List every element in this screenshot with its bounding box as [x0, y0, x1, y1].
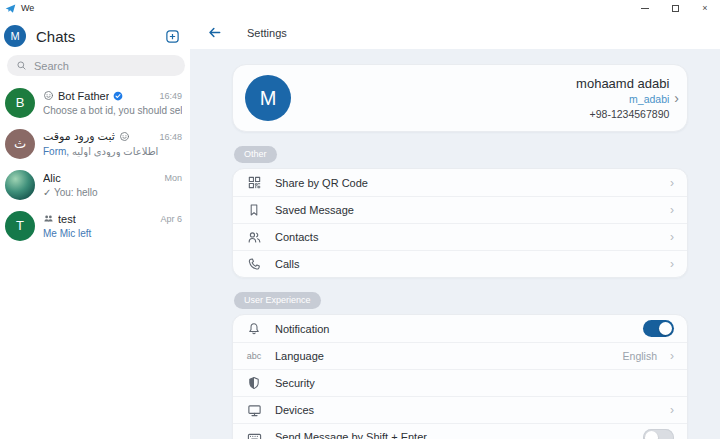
chevron-right-icon: ›	[670, 230, 674, 244]
settings-row-saved-message[interactable]: Saved Message›	[233, 196, 687, 223]
new-chat-button[interactable]	[165, 29, 180, 44]
profile-name: mohaamd adabi	[576, 77, 669, 90]
chat-list-item[interactable]: AlicMon✓ You: hello	[0, 164, 190, 205]
profile-avatar: M	[245, 75, 291, 121]
settings-row-label: Contacts	[275, 231, 657, 243]
toggle-knob	[659, 322, 672, 335]
profile-phone: +98-1234567890	[576, 109, 669, 120]
keyboard-icon	[246, 430, 262, 439]
settings-row-label: Share by QR Code	[275, 177, 657, 189]
bell-icon	[246, 322, 262, 336]
settings-card: Share by QR Code›Saved Message›Contacts›…	[232, 168, 688, 278]
settings-row-notification[interactable]: Notification	[233, 315, 687, 342]
maximize-button[interactable]	[660, 0, 690, 16]
app-window: We × M Chats Search BBot Father16:49Choo…	[0, 0, 720, 439]
chat-item-texts: ثبت ورود موقت16:48Form, اطلاعات ورودی او…	[43, 130, 182, 157]
chevron-right-icon: ›	[670, 349, 674, 363]
settings-row-send-message-by-shift-enter[interactable]: Send Message by Shift + Enter	[233, 423, 687, 439]
verified-badge-icon	[113, 91, 123, 101]
chat-time: Apr 6	[160, 214, 182, 224]
settings-sections: OtherShare by QR Code›Saved Message›Cont…	[232, 132, 688, 439]
profile-username: m_adabi	[576, 94, 669, 105]
chat-item-texts: Bot Father16:49Choose a bot id, you shou…	[43, 90, 182, 116]
chat-name: test	[58, 213, 76, 225]
abc-icon: abc	[246, 351, 262, 361]
settings-header: Settings	[190, 16, 720, 49]
chat-name: Bot Father	[58, 90, 109, 102]
settings-row-value: English	[623, 350, 657, 362]
bot-icon	[119, 131, 130, 142]
toggle-knob	[645, 431, 658, 439]
settings-row-label: Security	[275, 377, 674, 389]
app-logo-icon	[5, 3, 16, 14]
qr-code-icon	[246, 175, 262, 190]
contacts-icon	[246, 230, 262, 245]
chat-avatar: ث	[5, 129, 35, 159]
chevron-right-icon: ›	[674, 90, 679, 106]
settings-row-label: Send Message by Shift + Enter	[275, 431, 630, 439]
chevron-right-icon: ›	[670, 176, 674, 190]
group-icon	[43, 213, 54, 224]
chevron-right-icon: ›	[670, 403, 674, 417]
minimize-icon	[641, 8, 649, 9]
chevron-right-icon: ›	[670, 257, 674, 271]
chat-item-texts: AlicMon✓ You: hello	[43, 172, 182, 198]
chat-name: Alic	[43, 172, 61, 184]
chats-sidebar: M Chats Search BBot Father16:49Choose a …	[0, 16, 190, 439]
chat-list-item[interactable]: ثثبت ورود موقت16:48Form, اطلاعات ورودی ا…	[0, 123, 190, 164]
monitor-icon	[246, 403, 262, 418]
bot-icon	[43, 90, 54, 101]
my-avatar[interactable]: M	[4, 25, 26, 47]
settings-row-contacts[interactable]: Contacts›	[233, 223, 687, 250]
minimize-button[interactable]	[630, 0, 660, 16]
title-bar: We ×	[0, 0, 720, 16]
chats-title: Chats	[36, 28, 75, 45]
chat-last-message: Form, اطلاعات ورودی اولیه	[43, 146, 182, 157]
search-icon	[16, 60, 27, 71]
chat-name: ثبت ورود موقت	[43, 130, 115, 143]
chat-item-texts: testApr 6Me Mic left	[43, 213, 182, 239]
settings-row-label: Calls	[275, 258, 657, 270]
profile-card[interactable]: M mohaamd adabi m_adabi +98-1234567890 ›	[232, 64, 688, 132]
settings-row-label: Notification	[275, 323, 630, 335]
chat-avatar: B	[5, 88, 35, 118]
toggle-on[interactable]	[643, 320, 674, 337]
chat-avatar-photo	[5, 170, 35, 200]
settings-row-language[interactable]: abcLanguageEnglish›	[233, 342, 687, 369]
phone-icon	[246, 257, 262, 271]
settings-content: M mohaamd adabi m_adabi +98-1234567890 ›…	[190, 49, 720, 439]
settings-row-share-by-qr-code[interactable]: Share by QR Code›	[233, 169, 687, 196]
settings-row-label: Language	[275, 350, 610, 362]
settings-panel: Settings M mohaamd adabi m_adabi +98-123…	[190, 16, 720, 439]
chat-list-item[interactable]: TtestApr 6Me Mic left	[0, 205, 190, 246]
sidebar-header: M Chats	[0, 16, 190, 54]
chat-avatar: T	[5, 211, 35, 241]
settings-row-devices[interactable]: Devices›	[233, 396, 687, 423]
maximize-icon	[672, 5, 679, 12]
settings-row-label: Devices	[275, 404, 657, 416]
chat-last-message: Me Mic left	[43, 228, 182, 239]
app-title: We	[21, 3, 34, 13]
settings-row-security[interactable]: Security	[233, 369, 687, 396]
section-badge: User Experience	[234, 292, 321, 309]
search-placeholder: Search	[34, 60, 69, 72]
settings-row-label: Saved Message	[275, 204, 657, 216]
profile-texts: mohaamd adabi m_adabi +98-1234567890	[576, 77, 669, 119]
chat-time: 16:49	[159, 91, 182, 101]
toggle-off[interactable]	[643, 429, 674, 439]
page-title: Settings	[247, 27, 287, 39]
search-input[interactable]: Search	[7, 55, 185, 76]
section-badge: Other	[234, 146, 277, 163]
chat-last-message: Choose a bot id, you should select bot w	[43, 105, 182, 116]
chat-time: 16:48	[159, 132, 182, 142]
chat-list-item[interactable]: BBot Father16:49Choose a bot id, you sho…	[0, 82, 190, 123]
bookmark-icon	[246, 203, 262, 217]
close-button[interactable]: ×	[690, 0, 720, 16]
chat-time: Mon	[164, 173, 182, 183]
chevron-right-icon: ›	[670, 203, 674, 217]
window-controls: ×	[630, 0, 720, 16]
settings-row-calls[interactable]: Calls›	[233, 250, 687, 277]
settings-card: NotificationabcLanguageEnglish›SecurityD…	[232, 314, 688, 439]
back-arrow-icon[interactable]	[207, 25, 222, 40]
chat-list: BBot Father16:49Choose a bot id, you sho…	[0, 82, 190, 439]
